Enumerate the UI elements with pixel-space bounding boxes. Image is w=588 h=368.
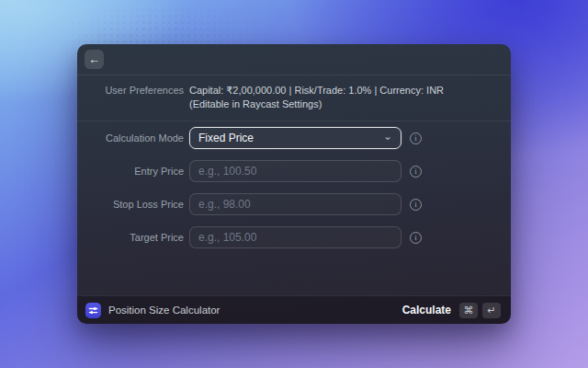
entry-price-input[interactable]: [189, 160, 401, 182]
preferences-line-editable-note: (Editable in Raycast Settings): [189, 98, 444, 111]
preferences-line-capital-risk-currency: Capital: ₹2,00,000.00 | Risk/Trade: 1.0%…: [189, 84, 444, 98]
calculate-label: Calculate: [402, 304, 451, 316]
info-icon[interactable]: i: [410, 166, 422, 178]
info-icon[interactable]: i: [410, 199, 422, 211]
window-footer: Position Size Calculator Calculate ⌘ ↵: [77, 295, 511, 324]
user-preferences-label: User Preferences: [77, 84, 184, 111]
window-header: ←: [77, 44, 511, 75]
target-price-input[interactable]: [189, 226, 401, 248]
sliders-icon: [88, 305, 98, 316]
info-icon[interactable]: i: [410, 232, 422, 244]
form-row-entry-price: Entry Price i: [77, 160, 511, 182]
calculation-mode-label: Calculation Mode: [77, 132, 184, 144]
form-row-target-price: Target Price i: [77, 226, 511, 248]
extension-icon: [85, 303, 101, 318]
calculate-button[interactable]: Calculate ⌘ ↵: [401, 300, 503, 321]
back-arrow-icon: ←: [88, 53, 100, 65]
target-price-label: Target Price: [77, 232, 184, 243]
return-key-icon: ↵: [482, 303, 501, 318]
command-key-icon: ⌘: [459, 303, 478, 318]
form-row-calculation-mode: Calculation Mode Fixed Price ⌄ i: [77, 127, 511, 149]
raycast-window: ← User Preferences Capital: ₹2,00,000.00…: [77, 44, 511, 324]
back-button[interactable]: ←: [85, 50, 104, 69]
user-preferences-value: Capital: ₹2,00,000.00 | Risk/Trade: 1.0%…: [189, 84, 444, 111]
calculation-mode-dropdown[interactable]: Fixed Price ⌄: [189, 127, 401, 149]
form-row-stop-loss-price: Stop Loss Price i: [77, 193, 511, 215]
entry-price-label: Entry Price: [77, 166, 184, 177]
dropdown-selected-value: Fixed Price: [198, 132, 254, 144]
info-icon[interactable]: i: [410, 132, 422, 144]
extension-title: Position Size Calculator: [108, 305, 220, 316]
stop-loss-price-input[interactable]: [189, 193, 401, 215]
calculator-form: Calculation Mode Fixed Price ⌄ i Entry P…: [77, 121, 511, 259]
user-preferences-section: User Preferences Capital: ₹2,00,000.00 |…: [77, 75, 511, 121]
stop-loss-price-label: Stop Loss Price: [77, 199, 184, 210]
